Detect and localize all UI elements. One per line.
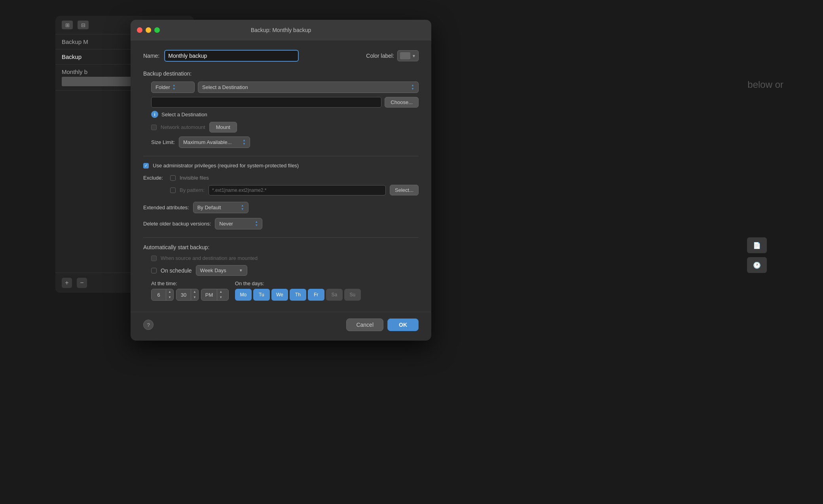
color-dropdown-arrow: ▼ xyxy=(412,54,416,58)
minute-stepper[interactable]: 30 ▲ ▼ xyxy=(176,289,199,300)
window-title: Backup: Monthly backup xyxy=(251,27,311,33)
on-schedule-checkbox[interactable] xyxy=(151,268,157,273)
automount-label: Network automount xyxy=(161,124,205,130)
admin-row: ✓ Use administrator privileges (required… xyxy=(143,163,419,169)
delete-older-arrows: ▲▼ xyxy=(255,220,258,227)
destination-label: Select a Destination xyxy=(202,84,248,90)
bottom-actions: Cancel OK xyxy=(346,318,419,331)
folder-label: Folder xyxy=(155,84,170,90)
on-schedule-row: On schedule Week Days ▼ xyxy=(143,265,419,276)
delete-older-option: Never xyxy=(219,221,233,227)
divider-1 xyxy=(143,156,419,156)
minute-down[interactable]: ▼ xyxy=(191,295,198,300)
hour-up[interactable]: ▲ xyxy=(166,289,173,295)
color-label: Color label: xyxy=(366,53,394,59)
pattern-input[interactable] xyxy=(209,185,386,195)
day-tu[interactable]: Tu xyxy=(253,289,270,301)
days-buttons: Mo Tu We Th Fr Sa Su xyxy=(235,289,361,301)
background-right-icons: 📄 🕐 xyxy=(747,237,767,273)
size-limit-option: Maximum Available... xyxy=(183,139,232,145)
day-fr[interactable]: Fr xyxy=(308,289,324,301)
day-mo[interactable]: Mo xyxy=(235,289,252,301)
help-button[interactable]: ? xyxy=(143,320,154,330)
select-button[interactable]: Select... xyxy=(390,185,419,195)
time-row: At the time: 6 ▲ ▼ 30 ▲ ▼ xyxy=(143,280,419,301)
titlebar: Backup: Monthly backup xyxy=(131,20,431,40)
modal-content: Name: Color label: ▼ Backup destination:… xyxy=(131,40,431,312)
warning-text: Select a Destination xyxy=(161,112,207,117)
extended-attributes-dropdown[interactable]: By Default ▲▼ xyxy=(193,202,248,213)
when-mounted-label: When source and destination are mounted xyxy=(161,255,258,261)
destination-dropdown-arrows: ▲▼ xyxy=(411,84,414,91)
extended-attributes-row: Extended attributes: By Default ▲▼ xyxy=(143,202,419,213)
automount-checkbox[interactable] xyxy=(151,125,157,130)
maximize-button[interactable] xyxy=(154,27,160,33)
hour-stepper[interactable]: 6 ▲ ▼ xyxy=(151,289,174,300)
minute-value: 30 xyxy=(176,290,191,299)
delete-older-dropdown[interactable]: Never ▲▼ xyxy=(215,218,262,229)
color-swatch-button[interactable]: ▼ xyxy=(397,50,419,61)
hour-value: 6 xyxy=(152,290,166,299)
color-label-section: Color label: ▼ xyxy=(366,50,419,61)
cancel-button[interactable]: Cancel xyxy=(346,318,383,331)
auto-start-label: Automatically start backup: xyxy=(143,244,419,250)
modal-bottom: ? Cancel OK xyxy=(131,312,431,341)
path-input[interactable] xyxy=(151,97,381,108)
day-su[interactable]: Su xyxy=(344,289,361,301)
name-input[interactable] xyxy=(164,50,299,62)
bg-icon-2: 🕐 xyxy=(747,257,767,273)
invisible-files-label: Invisible files xyxy=(180,175,209,181)
when-mounted-row: When source and destination are mounted xyxy=(143,255,419,261)
ampm-down[interactable]: ▼ xyxy=(217,295,224,300)
schedule-option: Week Days xyxy=(200,267,226,273)
exclude-row: Exclude: Invisible files xyxy=(143,175,419,181)
time-label: At the time: xyxy=(151,280,229,286)
size-dropdown-arrows: ▲▼ xyxy=(243,139,246,146)
size-row: Size Limit: Maximum Available... ▲▼ xyxy=(143,136,419,148)
delete-older-row: Delete older backup versions: Never ▲▼ xyxy=(143,218,419,229)
sidebar-icon-1: ⊞ xyxy=(62,21,73,29)
color-swatch xyxy=(400,52,410,59)
ampm-stepper[interactable]: PM ▲ ▼ xyxy=(201,289,229,300)
day-th[interactable]: Th xyxy=(290,289,306,301)
destination-dropdown[interactable]: Select a Destination ▲▼ xyxy=(198,81,419,93)
warning-row: i Select a Destination xyxy=(143,111,419,118)
schedule-dropdown[interactable]: Week Days ▼ xyxy=(196,265,247,276)
ampm-up[interactable]: ▲ xyxy=(217,289,224,295)
ok-button[interactable]: OK xyxy=(387,318,419,331)
minimize-button[interactable] xyxy=(146,27,151,33)
info-icon: i xyxy=(151,111,158,118)
ampm-value: PM xyxy=(201,290,217,299)
modal-dialog: Backup: Monthly backup Name: Color label… xyxy=(131,20,431,341)
minute-arrows: ▲ ▼ xyxy=(191,289,198,300)
add-btn: + xyxy=(62,278,72,288)
mount-button[interactable]: Mount xyxy=(209,122,237,133)
admin-checkbox[interactable]: ✓ xyxy=(143,163,149,169)
extended-attributes-option: By Default xyxy=(197,205,221,210)
sidebar-icon-2: ⊟ xyxy=(78,21,89,29)
when-mounted-checkbox[interactable] xyxy=(151,256,157,261)
invisible-files-checkbox[interactable] xyxy=(170,175,176,181)
folder-dropdown-arrows: ▲▼ xyxy=(173,84,176,91)
minute-up[interactable]: ▲ xyxy=(191,289,198,295)
on-schedule-label: On schedule xyxy=(161,267,192,274)
name-label: Name: xyxy=(143,53,159,59)
choose-button[interactable]: Choose... xyxy=(385,97,419,108)
hour-down[interactable]: ▼ xyxy=(166,295,173,300)
ampm-arrows: ▲ ▼ xyxy=(217,289,224,300)
name-row: Name: Color label: ▼ xyxy=(143,50,419,62)
path-row: Choose... xyxy=(143,97,419,108)
size-limit-dropdown[interactable]: Maximum Available... ▲▼ xyxy=(179,136,250,148)
days-label: On the days: xyxy=(235,280,361,286)
day-we[interactable]: We xyxy=(271,289,288,301)
days-section: On the days: Mo Tu We Th Fr Sa Su xyxy=(235,280,361,301)
extended-attributes-label: Extended attributes: xyxy=(143,205,189,210)
time-controls: 6 ▲ ▼ 30 ▲ ▼ PM xyxy=(151,289,229,300)
bg-icon-1: 📄 xyxy=(747,237,767,253)
background-text: below or xyxy=(747,79,783,90)
pattern-checkbox[interactable] xyxy=(170,188,176,193)
close-button[interactable] xyxy=(137,27,142,33)
backup-destination-label: Backup destination: xyxy=(143,70,419,77)
day-sa[interactable]: Sa xyxy=(326,289,343,301)
folder-dropdown[interactable]: Folder ▲▼ xyxy=(151,81,195,93)
